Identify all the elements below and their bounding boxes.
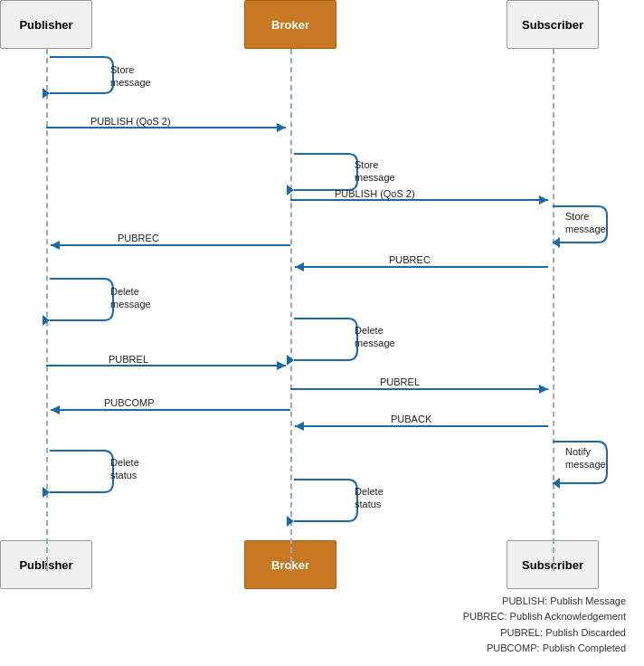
pub-self-label-2: Deletemessage — [110, 285, 151, 311]
legend-line-4: PUBCOMP: Publish Completed — [463, 641, 626, 657]
publisher-top-label: Publisher — [19, 18, 72, 32]
pub-to-broker-pubrel-label: PUBREL — [109, 354, 148, 365]
broker-to-sub-pubrel — [290, 389, 557, 398]
svg-marker-14 — [277, 361, 286, 370]
legend-line-3: PUBREL: Publish Discarded — [463, 625, 626, 642]
sub-self-label-1: Storemessage — [565, 210, 606, 236]
sub-self-label-2: Notifymessage — [565, 445, 606, 471]
svg-marker-10 — [295, 262, 304, 271]
svg-marker-18 — [51, 405, 60, 414]
legend-line-1: PUBLISH: Publish Message — [463, 594, 626, 610]
broker-to-pub-pubrec-label: PUBREC — [118, 233, 159, 243]
broker-to-pub-pubcomp-label: PUBCOMP — [104, 397, 155, 408]
broker-to-sub-publish — [290, 200, 557, 209]
pub-to-broker-publish-label: PUBLISH (QoS 2) — [90, 116, 171, 127]
pub-to-broker-publish — [46, 128, 295, 137]
sub-to-broker-pubrec-label: PUBREC — [389, 254, 431, 265]
sub-to-broker-puback-label: PUBACK — [391, 414, 431, 424]
svg-marker-16 — [539, 385, 548, 394]
broker-to-pub-pubrec — [46, 245, 295, 254]
svg-marker-5 — [539, 195, 548, 205]
legend-line-2: PUBREC: Publish Acknowledgement — [463, 609, 626, 625]
broker-self-label-3: Deletestatus — [355, 485, 384, 511]
pub-self-label-1: Storemessage — [110, 63, 151, 90]
broker-to-sub-pubrel-label: PUBREL — [380, 376, 420, 387]
broker-top-box: Broker — [244, 0, 336, 49]
broker-top-label: Broker — [271, 18, 309, 32]
pub-to-broker-pubrel — [46, 366, 295, 375]
subscriber-lifeline — [553, 49, 554, 571]
broker-to-sub-publish-label: PUBLISH (QoS 2) — [335, 188, 415, 199]
pub-self-label-3: Deletestatus — [110, 456, 139, 482]
broker-self-label-2: Deletemessage — [355, 324, 395, 350]
svg-marker-2 — [277, 123, 286, 132]
sub-to-broker-pubrec — [290, 267, 557, 276]
broker-to-pub-pubcomp — [46, 410, 295, 419]
subscriber-top-box: Subscriber — [507, 0, 599, 49]
broker-self-label-1: Storemessage — [355, 158, 395, 185]
legend: PUBLISH: Publish Message PUBREC: Publish… — [463, 594, 626, 657]
diagram: Publisher Broker Subscriber Publisher Br… — [0, 0, 644, 666]
svg-marker-8 — [51, 241, 60, 250]
svg-marker-20 — [295, 422, 304, 431]
publisher-top-box: Publisher — [0, 0, 92, 49]
subscriber-top-label: Subscriber — [522, 18, 583, 32]
sub-to-broker-puback — [290, 426, 557, 435]
